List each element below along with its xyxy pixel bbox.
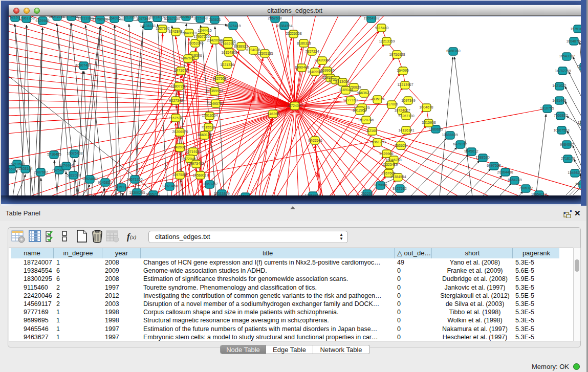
svg-text:1097349: 1097349 [401, 99, 415, 102]
svg-text:16671355: 16671355 [126, 178, 142, 181]
svg-text:1244415: 1244415 [198, 29, 211, 32]
svg-text:18724007: 18724007 [149, 16, 165, 19]
svg-text:9465546: 9465546 [308, 139, 322, 142]
svg-text:763621: 763621 [395, 144, 406, 147]
svg-text:1167534: 1167534 [169, 116, 183, 120]
svg-text:9463627: 9463627 [357, 91, 371, 95]
svg-text:14136141: 14136141 [140, 24, 156, 28]
svg-text:8186323: 8186323 [297, 41, 311, 45]
svg-text:10853267: 10853267 [202, 182, 217, 186]
svg-text:53267130: 53267130 [398, 114, 414, 118]
svg-text:20364436: 20364436 [497, 170, 513, 174]
svg-text:12213967: 12213967 [397, 83, 413, 86]
svg-text:16961758: 16961758 [369, 140, 385, 144]
svg-text:9227342: 9227342 [169, 99, 183, 102]
svg-text:1169144: 1169144 [339, 88, 353, 92]
svg-text:16782759: 16782759 [555, 69, 571, 73]
svg-text:8813054: 8813054 [335, 80, 349, 83]
svg-text:2718176: 2718176 [561, 157, 575, 160]
svg-text:8471676: 8471676 [174, 69, 188, 72]
svg-text:6794028: 6794028 [246, 48, 260, 52]
svg-text:5716485: 5716485 [47, 152, 61, 156]
svg-text:10719155: 10719155 [185, 150, 201, 154]
svg-text:1588520: 1588520 [475, 156, 489, 159]
svg-text:3624554: 3624554 [238, 194, 252, 195]
svg-text:16033809: 16033809 [213, 192, 229, 195]
svg-text:16524861: 16524861 [82, 177, 98, 181]
svg-text:6497568: 6497568 [487, 164, 500, 167]
svg-text:19166827: 19166827 [9, 167, 19, 171]
svg-text:14136141: 14136141 [398, 128, 414, 132]
svg-text:7955812: 7955812 [577, 64, 581, 68]
svg-text:15751074: 15751074 [570, 27, 581, 31]
svg-text:12213369: 12213369 [379, 39, 395, 43]
svg-text:1621022: 1621022 [552, 84, 566, 87]
svg-text:10973493: 10973493 [188, 162, 204, 165]
svg-text:8990448: 8990448 [295, 65, 309, 69]
svg-text:9474444: 9474444 [59, 164, 73, 167]
svg-text:9115460: 9115460 [64, 16, 78, 18]
svg-text:12093322: 12093322 [577, 121, 581, 124]
svg-text:23226058: 23226058 [286, 32, 301, 35]
svg-text:7515526: 7515526 [201, 125, 215, 129]
svg-text:10688609: 10688609 [442, 133, 458, 137]
svg-text:1604678: 1604678 [179, 16, 193, 18]
svg-text:8938923: 8938923 [234, 45, 248, 48]
svg-text:164095: 164095 [108, 16, 120, 20]
svg-text:7663822: 7663822 [554, 114, 568, 117]
svg-text:17359934: 17359934 [207, 89, 223, 93]
svg-text:2087682: 2087682 [34, 170, 48, 174]
svg-text:53267130: 53267130 [164, 17, 180, 20]
svg-text:3875685: 3875685 [373, 183, 387, 187]
svg-text:62160: 62160 [367, 129, 377, 133]
svg-text:5322037: 5322037 [67, 173, 80, 177]
svg-text:10107553: 10107553 [553, 128, 569, 132]
svg-text:22420046: 22420046 [314, 58, 330, 62]
svg-text:11325419: 11325419 [382, 163, 398, 166]
svg-text:9115460: 9115460 [375, 26, 389, 30]
svg-text:1097349: 1097349 [136, 17, 150, 20]
svg-text:19654982: 19654982 [363, 16, 379, 20]
svg-text:12213369: 12213369 [77, 16, 93, 20]
svg-text:1615132: 1615132 [114, 185, 128, 189]
svg-text:763621: 763621 [209, 18, 221, 21]
svg-text:16543382: 16543382 [559, 54, 575, 58]
svg-text:8427512: 8427512 [393, 187, 406, 190]
svg-text:16120746: 16120746 [358, 118, 374, 122]
svg-text:(x): (x) [130, 234, 137, 240]
svg-text:13495794: 13495794 [208, 102, 224, 105]
svg-text:16961758: 16961758 [18, 16, 34, 20]
svg-text:18807249: 18807249 [170, 84, 186, 88]
svg-text:746266: 746266 [267, 112, 279, 116]
svg-text:917006: 917006 [386, 102, 398, 106]
svg-text:19384554: 19384554 [390, 175, 406, 179]
svg-text:2867608: 2867608 [268, 16, 281, 20]
svg-text:9777169: 9777169 [343, 98, 357, 102]
svg-text:1549822: 1549822 [568, 171, 581, 174]
svg-text:9146821: 9146821 [98, 181, 112, 184]
svg-text:18724007: 18724007 [394, 108, 410, 112]
svg-text:6466160: 6466160 [446, 49, 460, 53]
svg-text:8454749: 8454749 [508, 178, 521, 182]
svg-text:252254: 252254 [361, 192, 373, 195]
svg-text:12505135: 12505135 [257, 52, 273, 55]
svg-text:9465771: 9465771 [146, 192, 160, 195]
svg-text:3215958: 3215958 [422, 121, 435, 124]
svg-text:10654112: 10654112 [531, 192, 547, 195]
svg-text:17016504: 17016504 [202, 114, 217, 117]
svg-text:16046788: 16046788 [49, 16, 64, 18]
svg-text:9084067: 9084067 [560, 143, 574, 146]
svg-text:1691448: 1691448 [552, 99, 566, 102]
svg-text:9245612: 9245612 [464, 149, 478, 153]
svg-text:18300295: 18300295 [129, 191, 145, 194]
svg-text:1010755: 1010755 [540, 106, 554, 110]
svg-text:15640910: 15640910 [181, 31, 197, 35]
svg-text:18724007: 18724007 [287, 104, 302, 107]
svg-text:10975887: 10975887 [172, 173, 188, 177]
svg-text:1362615: 1362615 [181, 56, 194, 60]
svg-text:2803144: 2803144 [18, 167, 32, 170]
svg-text:1089605: 1089605 [429, 127, 443, 131]
svg-text:8660125: 8660125 [198, 133, 211, 137]
svg-text:8912954: 8912954 [353, 108, 366, 112]
svg-text:11325419: 11325419 [225, 24, 241, 28]
